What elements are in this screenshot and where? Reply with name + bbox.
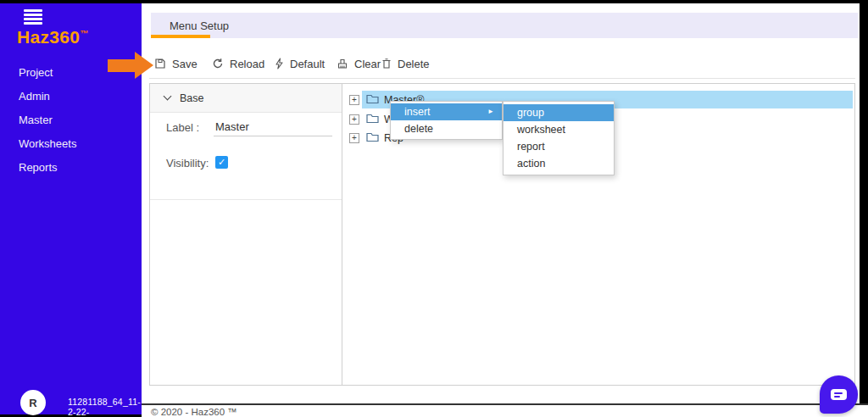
submenu-item-group[interactable]: group — [504, 104, 614, 121]
sidebar-item-admin[interactable]: Admin — [0, 85, 142, 108]
properties-divider — [150, 199, 342, 200]
submenu-item-report[interactable]: report — [504, 138, 614, 155]
save-button[interactable]: Save — [154, 53, 198, 75]
logo-trademark: ™ — [80, 29, 88, 38]
footer-divider — [142, 403, 868, 405]
expand-icon[interactable]: + — [349, 133, 359, 143]
insert-submenu: group worksheet report action — [503, 101, 615, 175]
app-logo: Haz360™ — [17, 27, 89, 47]
app-window: Haz360™ Project Admin Master Worksheets … — [0, 0, 868, 417]
save-icon — [154, 58, 166, 70]
user-avatar[interactable]: R — [20, 390, 46, 415]
trash-icon — [381, 58, 392, 70]
visibility-field-label: Visibility: — [166, 157, 209, 170]
tab-bar: Menu Setup — [151, 13, 858, 38]
sidebar-item-master[interactable]: Master — [0, 108, 142, 132]
label-input[interactable] — [214, 119, 332, 136]
tab-label: Menu Setup — [170, 19, 229, 32]
lightning-icon — [274, 58, 284, 70]
reload-button[interactable]: Reload — [212, 53, 264, 75]
base-section-title: Base — [180, 92, 204, 104]
default-button[interactable]: Default — [274, 53, 325, 75]
annotation-arrow — [108, 59, 135, 72]
folder-icon — [366, 112, 379, 127]
default-label: Default — [290, 58, 325, 70]
context-menu: insert ► delete — [390, 101, 503, 140]
expand-icon[interactable]: + — [349, 95, 359, 105]
folder-icon — [366, 92, 379, 108]
submenu-item-action[interactable]: action — [504, 155, 614, 172]
base-section-header[interactable]: Base — [150, 84, 342, 113]
copyright-text: © 2020 - Haz360 ™ — [151, 407, 237, 417]
chat-widget-button[interactable] — [820, 375, 858, 414]
delete-label: delete — [404, 120, 433, 137]
hamburger-menu-icon[interactable] — [24, 9, 42, 26]
folder-icon — [366, 131, 379, 146]
properties-pane: Base Label : Visibility: ✓ — [150, 84, 342, 385]
checkmark-icon: ✓ — [218, 157, 225, 168]
submenu-arrow-icon: ► — [487, 103, 494, 120]
reload-label: Reload — [230, 58, 264, 70]
insert-label: insert — [404, 103, 431, 120]
save-label: Save — [172, 58, 198, 70]
delete-label: Delete — [398, 58, 430, 70]
clear-button[interactable]: Clear — [337, 53, 381, 75]
visibility-checkbox[interactable]: ✓ — [215, 156, 228, 169]
menu-item-insert[interactable]: insert ► — [391, 103, 502, 120]
toolbar-divider — [149, 78, 855, 79]
session-id: 11281188_64_11-2-22- — [68, 397, 142, 417]
logo-text: Haz360 — [17, 27, 80, 47]
sidebar-item-reports[interactable]: Reports — [0, 156, 142, 180]
chat-icon — [831, 389, 847, 400]
window-edge-right — [860, 0, 868, 404]
expand-icon[interactable]: + — [349, 114, 359, 125]
active-tab-underline — [151, 35, 210, 38]
reload-icon — [212, 58, 224, 70]
chevron-down-icon — [164, 92, 172, 101]
annotation-arrow-head — [135, 52, 153, 79]
delete-button[interactable]: Delete — [381, 53, 430, 75]
brush-icon — [337, 58, 348, 70]
label-field-label: Label : — [166, 121, 199, 134]
sidebar-nav: Project Admin Master Worksheets Reports — [0, 61, 142, 180]
menu-item-delete[interactable]: delete — [391, 120, 502, 137]
submenu-item-worksheet[interactable]: worksheet — [504, 121, 614, 138]
clear-label: Clear — [354, 58, 381, 70]
sidebar-item-worksheets[interactable]: Worksheets — [0, 132, 142, 156]
